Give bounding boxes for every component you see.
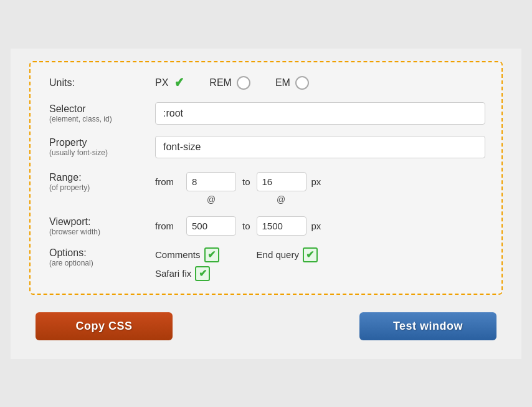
range-at-from: @ [186,194,236,205]
option-comments-check: ✔ [204,247,219,262]
property-input-col [155,136,485,158]
copy-css-button[interactable]: Copy CSS [36,312,173,340]
viewport-label: Viewport: [49,216,155,227]
range-px-label: px [311,176,321,187]
options-label: Options: [49,247,155,259]
unit-rem[interactable]: REM [209,76,250,90]
options-row: Options: (are optional) Comments ✔ [49,247,483,281]
unit-em-label: EM [275,77,290,89]
range-from-label: from [155,176,180,187]
units-label-col: Units: [49,77,155,89]
units-label: Units: [49,77,75,88]
range-to-input[interactable] [257,172,306,191]
unit-em[interactable]: EM [275,76,309,90]
buttons-row: Copy CSS Test window [29,312,503,340]
selector-input-col [155,102,485,125]
viewport-row: Viewport: (browser width) from to px [49,216,483,236]
range-values-row: from to px [155,172,321,191]
property-label: Property [49,137,155,148]
viewport-sublabel: (browser width) [49,227,155,236]
option-end-query-check: ✔ [303,247,318,262]
unit-em-radio [295,76,309,90]
options-row-2: Safari fix ✔ [155,266,318,281]
viewport-px-label: px [311,221,321,231]
options-sublabel: (are optional) [49,259,155,267]
units-options: PX ✔ REM EM [155,75,483,91]
selector-sublabel: (element, class, id) [49,115,155,123]
option-end-query[interactable]: End query ✔ [257,247,318,262]
viewport-from-label: from [155,221,180,231]
selector-row: Selector (element, class, id) [49,102,483,125]
option-safari-fix-label: Safari fix [155,268,191,279]
range-at-to-sign: @ [277,194,285,204]
range-row: Range: (of property) from to px @ @ [49,170,483,205]
range-label: Range: [49,172,155,183]
selector-label-col: Selector (element, class, id) [49,103,155,123]
options-content: Comments ✔ End query ✔ [155,247,483,281]
range-sublabel: (of property) [49,183,155,192]
option-comments-label: Comments [155,249,201,260]
units-row: Units: PX ✔ REM EM [49,75,483,91]
range-at-from-sign: @ [207,194,216,204]
selector-input[interactable] [155,102,485,125]
range-to-label: to [242,176,250,187]
option-end-query-tick: ✔ [306,249,314,261]
range-at-row: @ @ [155,194,306,205]
range-label-col: Range: (of property) [49,172,155,192]
viewport-to-label: to [242,221,250,231]
settings-panel: Units: PX ✔ REM EM [29,61,503,295]
unit-px-label: PX [155,77,168,89]
property-label-col: Property (usually font-size) [49,137,155,157]
main-container: Units: PX ✔ REM EM [11,49,521,359]
option-end-query-label: End query [257,249,299,260]
viewport-to-input[interactable] [257,216,306,236]
test-window-button[interactable]: Test window [359,312,496,340]
option-safari-fix-check: ✔ [195,266,210,281]
property-input[interactable] [155,136,485,158]
viewport-inputs: from to px [155,216,483,236]
option-comments-tick: ✔ [207,249,216,261]
options-grid: Comments ✔ End query ✔ [155,247,318,281]
unit-rem-label: REM [209,77,232,89]
option-safari-fix[interactable]: Safari fix ✔ [155,266,210,281]
option-safari-fix-tick: ✔ [199,267,207,279]
property-row: Property (usually font-size) [49,136,483,158]
range-inputs: from to px @ @ [155,172,483,205]
unit-px-check: ✔ [174,75,183,91]
option-comments[interactable]: Comments ✔ [155,247,219,262]
property-sublabel: (usually font-size) [49,148,155,157]
unit-px[interactable]: PX ✔ [155,75,184,91]
options-label-col: Options: (are optional) [49,247,155,267]
range-from-input[interactable] [186,172,236,191]
range-at-to: @ [256,194,306,205]
options-row-1: Comments ✔ End query ✔ [155,247,318,262]
viewport-from-input[interactable] [186,216,236,236]
unit-rem-radio [237,76,250,90]
viewport-label-col: Viewport: (browser width) [49,216,155,236]
selector-label: Selector [49,103,155,115]
